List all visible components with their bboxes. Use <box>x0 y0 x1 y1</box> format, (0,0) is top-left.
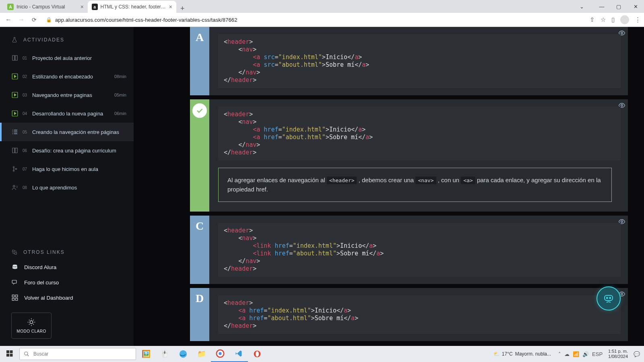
code-block-b: <header> <nav> <a href="index.html">Inic… <box>218 107 621 160</box>
other-link[interactable]: Discord Alura <box>0 259 134 275</box>
explanation-box: Al agregar enlaces de navegación al <hea… <box>218 168 612 202</box>
sidebar-item-02[interactable]: 02Estilizando el encabezado08min <box>0 67 134 86</box>
svg-point-4 <box>13 170 14 171</box>
taskbar-app-explorer[interactable]: 📁 <box>192 346 211 362</box>
sidebar-item-05[interactable]: 05Creando la navegación entre páginas <box>0 123 134 141</box>
url-field[interactable]: 🔒 app.aluracursos.com/course/html-css-he… <box>42 17 587 23</box>
close-icon[interactable]: × <box>80 4 84 10</box>
browser-tabbar: A Inicio - Campus Virtual × a HTML y CSS… <box>0 0 644 13</box>
code-block-a: <header> <nav> <a src="index.html">Inici… <box>218 34 621 88</box>
svg-rect-12 <box>12 295 14 297</box>
windows-taskbar: Buscar 🖼️ 🖱️ 📁 ⛅ 17°C Mayorm. nubla... ˄… <box>0 346 644 362</box>
option-b-correct[interactable]: <header> <nav> <a href="index.html">Inic… <box>190 99 628 212</box>
sidebar-item-04[interactable]: 04Desarrollando la nueva pagina06min <box>0 104 134 123</box>
address-bar: ← → ⟳ 🔒 app.aluracursos.com/course/html-… <box>0 13 644 27</box>
svg-rect-27 <box>10 354 13 356</box>
vscode-icon <box>235 350 243 358</box>
svg-point-5 <box>16 169 17 170</box>
svg-point-33 <box>256 351 259 356</box>
svg-point-19 <box>621 220 623 222</box>
favicon-icon: a <box>92 4 98 10</box>
content-area[interactable]: A <header> <nav> <a src="index.html">Ini… <box>134 27 644 346</box>
weather-widget[interactable]: ⛅ 17°C Mayorm. nubla... <box>493 351 551 357</box>
svg-point-28 <box>25 352 28 355</box>
volume-icon[interactable]: 🔊 <box>582 351 589 357</box>
svg-rect-25 <box>10 350 13 353</box>
minimize-button[interactable]: — <box>593 4 610 10</box>
share-icon[interactable]: ⇧ <box>590 16 595 23</box>
taskbar-app-edge[interactable] <box>174 346 192 362</box>
new-tab-button[interactable]: + <box>176 4 189 13</box>
bookmark-icon[interactable]: ☆ <box>601 16 606 23</box>
browser-tab-2[interactable]: a HTML y CSS: header, footer y var × <box>88 1 176 13</box>
taskbar-app-vscode[interactable] <box>229 346 248 362</box>
start-button[interactable] <box>0 350 19 358</box>
other-link[interactable]: Volver al Dashboard <box>0 290 134 305</box>
wifi-icon[interactable]: 📶 <box>573 351 579 357</box>
svg-point-17 <box>621 32 623 34</box>
option-c[interactable]: C <header> <nav> <link href="index.html"… <box>190 216 628 284</box>
taskbar-app-paint[interactable]: 🖼️ <box>137 346 155 362</box>
svg-rect-15 <box>16 298 18 300</box>
svg-rect-14 <box>12 298 14 300</box>
taskbar-tray: ⛅ 17°C Mayorm. nubla... ˄ ☁ 📶 🔊 ESP 1:51… <box>493 349 644 359</box>
svg-rect-7 <box>12 250 14 252</box>
sidebar-item-08[interactable]: 08Lo que aprendimos <box>0 178 134 197</box>
taskbar-app-opera[interactable] <box>248 346 266 362</box>
tab-title: HTML y CSS: header, footer y var <box>101 4 166 10</box>
taskbar-clock[interactable]: 1:51 p. m. 1/08/2024 <box>606 349 630 359</box>
option-marker-a: A <box>190 27 209 95</box>
option-marker-d: D <box>190 288 209 341</box>
onedrive-icon[interactable]: ☁ <box>564 351 570 357</box>
svg-rect-11 <box>12 280 17 284</box>
option-marker-b <box>190 99 209 212</box>
lock-icon: 🔒 <box>46 17 52 23</box>
svg-point-16 <box>30 321 33 323</box>
maximize-button[interactable]: ▢ <box>610 4 627 10</box>
light-mode-toggle[interactable]: MODO CLARO <box>11 313 52 339</box>
svg-point-18 <box>621 105 623 107</box>
back-button[interactable]: ← <box>3 16 14 23</box>
tab-switcher-icon[interactable]: ⌄ <box>573 4 590 10</box>
flask-icon <box>11 37 18 43</box>
tray-chevron-icon[interactable]: ˄ <box>558 351 561 357</box>
tab-title: Inicio - Campus Virtual <box>17 4 65 10</box>
chrome-icon <box>216 349 225 358</box>
forward-button[interactable]: → <box>16 16 27 23</box>
reload-button[interactable]: ⟳ <box>29 16 39 23</box>
sidebar-item-03[interactable]: 03Navegando entre paginas05min <box>0 86 134 104</box>
edge-icon <box>179 350 188 358</box>
svg-point-9 <box>14 266 14 267</box>
option-d[interactable]: D <header> <a href="index.html">Inicio</… <box>190 288 628 341</box>
chatbot-icon <box>603 292 615 304</box>
other-link[interactable]: Foro del curso <box>0 275 134 290</box>
sidebar-item-01[interactable]: 01Proyecto del aula anterior <box>0 49 134 67</box>
menu-icon[interactable]: ⋮ <box>635 16 641 23</box>
search-icon <box>24 351 29 357</box>
chrome-actions: ⇧ ☆ ▯ ⋮ <box>590 15 641 24</box>
sidepanel-icon[interactable]: ▯ <box>611 16 615 23</box>
windows-icon <box>6 350 13 357</box>
svg-point-22 <box>607 297 608 298</box>
taskbar-app-chrome[interactable] <box>211 346 229 362</box>
profile-icon[interactable] <box>620 15 629 24</box>
close-window-button[interactable]: ✕ <box>627 4 644 10</box>
option-a[interactable]: A <header> <nav> <a src="index.html">Ini… <box>190 27 628 95</box>
svg-point-3 <box>13 167 14 168</box>
svg-point-20 <box>621 293 623 295</box>
code-block-d: <header> <a href="index.html">Inicio</a>… <box>218 295 621 334</box>
taskbar-app-mouse[interactable]: 🖱️ <box>155 346 174 362</box>
svg-point-6 <box>13 185 15 187</box>
sun-icon <box>27 318 36 327</box>
link-icon <box>11 249 18 255</box>
sidebar-item-06[interactable]: 06Desafío: crea una página curriculum <box>0 141 134 160</box>
notifications-icon[interactable]: 💬 <box>634 351 640 357</box>
browser-tab-1[interactable]: A Inicio - Campus Virtual × <box>3 1 88 13</box>
sidebar-list: 01Proyecto del aula anterior02Estilizand… <box>0 49 134 242</box>
close-icon[interactable]: × <box>169 4 172 10</box>
svg-point-23 <box>609 297 611 298</box>
sidebar-item-07[interactable]: 07Haga lo que hicimos en aula <box>0 160 134 178</box>
keyboard-lang[interactable]: ESP <box>592 351 603 357</box>
taskbar-search[interactable]: Buscar <box>19 348 136 360</box>
chat-assistant-button[interactable] <box>597 286 621 311</box>
